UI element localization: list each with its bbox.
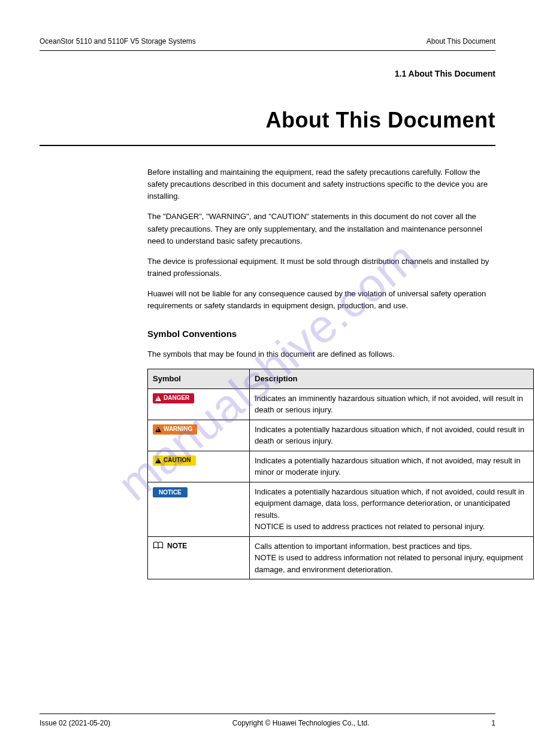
symbol-cell-caution: ! CAUTION xyxy=(148,451,250,482)
symbols-table: Symbol Description ! DANGER Indicates an… xyxy=(147,369,534,579)
page-header: OceanStor 5110 and 5110F V5 Storage Syst… xyxy=(40,36,495,47)
footer-page-number: 1 xyxy=(491,718,495,728)
alert-triangle-icon: ! xyxy=(155,427,161,432)
page-container: OceanStor 5110 and 5110F V5 Storage Syst… xyxy=(0,0,535,756)
intro-paragraph-2: The "DANGER", "WARNING", and "CAUTION" s… xyxy=(147,211,495,247)
title-rule xyxy=(40,145,495,146)
th-description: Description xyxy=(250,369,534,389)
symbols-lead-text: The symbols that may be found in this do… xyxy=(147,348,495,360)
alert-triangle-icon: ! xyxy=(155,396,161,401)
warning-badge: ! WARNING xyxy=(153,424,197,435)
notice-badge: NOTICE xyxy=(153,487,188,497)
symbol-cell-danger: ! DANGER xyxy=(148,388,250,420)
badge-label: NOTE xyxy=(167,541,187,551)
note-badge: NOTE xyxy=(153,541,244,551)
table-row: ! CAUTION Indicates a potentially hazard… xyxy=(148,451,534,482)
footer-rule xyxy=(40,714,495,714)
header-left: OceanStor 5110 and 5110F V5 Storage Syst… xyxy=(40,36,196,47)
page-title: About This Document xyxy=(40,104,495,136)
desc-cell-warning: Indicates a potentially hazardous situat… xyxy=(250,420,534,451)
table-header-row: Symbol Description xyxy=(148,369,534,389)
intro-paragraph-3: The device is professional equipment. It… xyxy=(147,256,495,280)
badge-label: WARNING xyxy=(164,426,192,432)
symbol-conventions-heading: Symbol Conventions xyxy=(147,327,495,341)
badge-label: NOTICE xyxy=(159,490,182,496)
footer-copyright: Copyright © Huawei Technologies Co., Ltd… xyxy=(232,718,370,728)
header-right: About This Document xyxy=(427,36,495,47)
book-icon xyxy=(153,542,164,550)
symbol-cell-notice: NOTICE xyxy=(148,482,250,536)
page-footer: Issue 02 (2021-05-20) Copyright © Huawei… xyxy=(40,718,495,728)
caution-badge: ! CAUTION xyxy=(153,456,196,466)
desc-cell-notice: Indicates a potentially hazardous situat… xyxy=(250,482,534,536)
symbol-cell-warning: ! WARNING xyxy=(148,420,250,451)
th-symbol: Symbol xyxy=(148,369,250,389)
badge-label: CAUTION xyxy=(164,457,191,463)
table-row: NOTE Calls attention to important inform… xyxy=(148,536,534,579)
danger-badge: ! DANGER xyxy=(153,393,194,403)
header-rule xyxy=(40,50,495,51)
desc-cell-danger: Indicates an imminently hazardous situat… xyxy=(250,388,534,420)
intro-paragraph-4: Huawei will not be liable for any conseq… xyxy=(147,288,495,312)
footer-issue: Issue 02 (2021-05-20) xyxy=(40,718,110,728)
table-row: ! WARNING Indicates a potentially hazard… xyxy=(148,420,534,451)
desc-cell-note: Calls attention to important information… xyxy=(250,536,534,579)
badge-label: DANGER xyxy=(164,395,189,401)
alert-triangle-icon: ! xyxy=(155,458,161,463)
intro-paragraph-1: Before installing and maintaining the eq… xyxy=(147,166,495,202)
desc-cell-caution: Indicates a potentially hazardous situat… xyxy=(250,451,534,482)
symbol-cell-note: NOTE xyxy=(148,536,250,579)
table-row: ! DANGER Indicates an imminently hazardo… xyxy=(148,388,534,420)
table-row: NOTICE Indicates a potentially hazardous… xyxy=(148,482,534,536)
section-number: 1.1 About This Document xyxy=(40,68,495,80)
